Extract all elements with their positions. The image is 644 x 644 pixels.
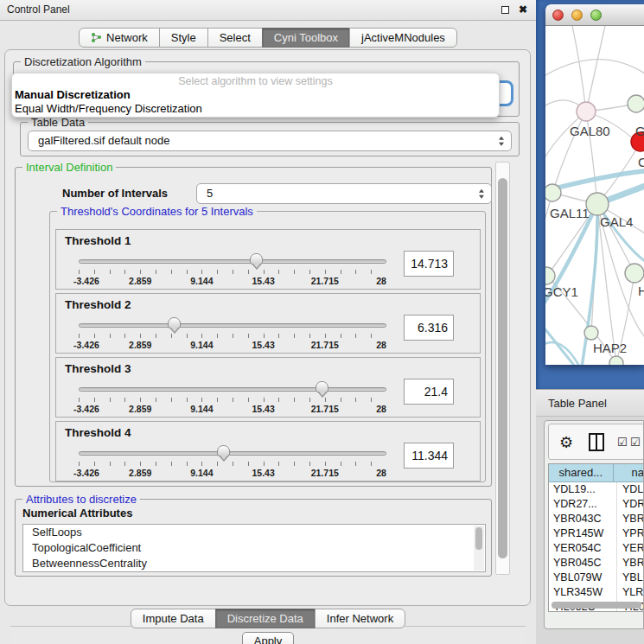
cell: YLR345W: [549, 585, 617, 600]
slider-thumb[interactable]: [250, 253, 263, 265]
minimize-traffic-light-icon[interactable]: [571, 10, 583, 21]
column-header-name[interactable]: na: [614, 464, 644, 481]
network-node[interactable]: [625, 264, 644, 283]
tick-label: 9.144: [190, 468, 213, 478]
checkbox-icon[interactable]: ☑: [630, 436, 641, 449]
threshold-slider[interactable]: -3.426 2.859 9.144 15.43 21.715 28: [79, 380, 386, 415]
combo-value: 5: [207, 184, 213, 203]
tab-style[interactable]: Style: [159, 28, 208, 48]
threshold-label: Threshold 1: [65, 234, 131, 247]
network-node[interactable]: [545, 184, 561, 201]
cell: YBR0: [617, 556, 644, 571]
table-row[interactable]: YPR145W YPR1: [549, 526, 644, 541]
thresholds-group: Threshold's Coordinates for 5 Intervals …: [49, 211, 486, 482]
table-row[interactable]: YER054C YER0: [549, 541, 644, 556]
close-traffic-light-icon[interactable]: [552, 10, 564, 21]
group-title: Threshold's Coordinates for 5 Intervals: [57, 205, 257, 218]
network-node[interactable]: [577, 102, 596, 121]
gear-icon[interactable]: ⚙: [559, 431, 573, 454]
tick-label: 9.144: [190, 340, 213, 350]
numerical-attributes-list[interactable]: SelfLoops TopologicalCoefficient Between…: [22, 524, 486, 572]
network-node[interactable]: [545, 267, 555, 284]
network-window-titlebar[interactable]: [545, 4, 644, 26]
zoom-traffic-light-icon[interactable]: [590, 10, 602, 21]
tab-cyni-toolbox[interactable]: Cyni Toolbox: [262, 28, 350, 48]
slider-tick-labels: -3.426 2.859 9.144 15.43 21.715 28: [79, 276, 386, 286]
table-row[interactable]: YLR345W YLR3: [549, 585, 644, 600]
table-row[interactable]: YBL079W YBL0: [549, 571, 644, 585]
threshold-panel-1: Threshold 1 -3.426 2.859 9.144 15.43 21.…: [55, 229, 481, 290]
threshold-slider[interactable]: -3.426 2.859 9.144 15.43 21.715 28: [79, 252, 386, 287]
threshold-slider[interactable]: -3.426 2.859 9.144 15.43 21.715 28: [79, 444, 386, 479]
table-panel-header: Table Panel: [536, 389, 644, 417]
network-view-window[interactable]: GAL80 G C GAL11 GAL4 GCY1 H HAP2: [545, 4, 644, 365]
group-title: Attributes to discretize: [22, 493, 140, 506]
combo-value: galFiltered.sif default node: [38, 131, 169, 150]
tab-label: jActiveMNodules: [361, 29, 445, 47]
tab-infer-network[interactable]: Infer Network: [315, 609, 405, 628]
column-header-shared[interactable]: shared...: [549, 464, 614, 481]
tab-discretize-data[interactable]: Discretize Data: [215, 609, 316, 628]
horizontal-scrollbar[interactable]: [552, 602, 641, 609]
apply-button[interactable]: Apply: [242, 632, 294, 644]
slider-track[interactable]: [79, 259, 386, 264]
table-header-row: shared... na: [549, 464, 644, 482]
tick-label: 21.715: [311, 340, 339, 350]
scrollbar-thumb[interactable]: [552, 602, 641, 609]
list-item[interactable]: TopologicalCoefficient: [23, 540, 485, 556]
cell: YDR2: [617, 497, 644, 512]
list-item[interactable]: BetweennessCentrality: [23, 556, 485, 571]
scrollbar-thumb[interactable]: [498, 178, 507, 558]
network-canvas[interactable]: GAL80 G C GAL11 GAL4 GCY1 H HAP2: [545, 26, 644, 365]
close-icon[interactable]: ✖: [519, 3, 527, 16]
cell: YER0: [617, 541, 644, 556]
list-item[interactable]: SelfLoops: [23, 525, 485, 540]
threshold-value-input[interactable]: [404, 315, 454, 341]
network-node[interactable]: [628, 95, 644, 112]
dropdown-option-equal-width[interactable]: Equal Width/Frequency Discretization: [15, 102, 202, 115]
threshold-value-input[interactable]: [404, 379, 454, 405]
list-scrollbar[interactable]: [474, 526, 484, 571]
threshold-value-input[interactable]: [404, 251, 454, 277]
table-row[interactable]: YDR27... YDR2: [549, 497, 644, 512]
tab-select[interactable]: Select: [207, 28, 263, 48]
split-columns-icon[interactable]: [589, 433, 604, 451]
slider-thumb[interactable]: [217, 445, 230, 456]
tab-network[interactable]: Network: [79, 28, 160, 48]
number-of-intervals-combo[interactable]: 5: [196, 183, 492, 204]
table-row[interactable]: YBR043C YBR0: [549, 512, 644, 526]
dropdown-option-manual[interactable]: Manual Discretization: [15, 88, 131, 101]
node-label: HAP2: [593, 341, 627, 355]
cell: YLR3: [617, 585, 644, 600]
threshold-panel-3: Threshold 3 -3.426 2.859 9.144 15.43 21.…: [55, 357, 481, 418]
algorithm-dropdown-popup: Select algorithm to view settings Manual…: [11, 73, 500, 118]
numerical-attributes-label: Numerical Attributes: [22, 507, 132, 520]
settings-scrollbar[interactable]: [495, 162, 510, 575]
slider-track[interactable]: [79, 451, 386, 456]
tick-label: 15.43: [252, 340, 274, 350]
tick-label: 2.859: [129, 340, 151, 350]
slider-ticks: [79, 462, 386, 466]
slider-thumb[interactable]: [316, 381, 328, 392]
cell: YDR27...: [549, 497, 617, 512]
network-node-gal4[interactable]: [586, 193, 609, 215]
threshold-value-input[interactable]: [404, 443, 454, 469]
slider-thumb[interactable]: [168, 317, 181, 328]
threshold-slider[interactable]: -3.426 2.859 9.144 15.43 21.715 28: [79, 316, 386, 351]
threshold-panel-4: Threshold 4 -3.426 2.859 9.144 15.43 21.…: [55, 421, 481, 481]
cell: YBR043C: [549, 512, 617, 526]
float-window-icon[interactable]: [501, 6, 509, 14]
scrollbar-thumb[interactable]: [475, 527, 482, 550]
slider-track[interactable]: [79, 323, 386, 328]
tab-impute-data[interactable]: Impute Data: [131, 609, 216, 628]
checkbox-icon[interactable]: ☑: [617, 436, 628, 449]
table-row[interactable]: YDL19... YDL1: [549, 482, 644, 497]
table-row[interactable]: YBR045C YBR0: [549, 556, 644, 571]
tab-jactivemnodules[interactable]: jActiveMNodules: [349, 28, 457, 48]
network-node[interactable]: [584, 326, 598, 340]
table-data-combo[interactable]: galFiltered.sif default node: [28, 131, 512, 151]
right-column: GAL80 G C GAL11 GAL4 GCY1 H HAP2 Table P…: [536, 0, 644, 644]
network-node[interactable]: [609, 356, 623, 365]
tab-label: Style: [171, 29, 196, 47]
slider-track[interactable]: [79, 387, 386, 392]
